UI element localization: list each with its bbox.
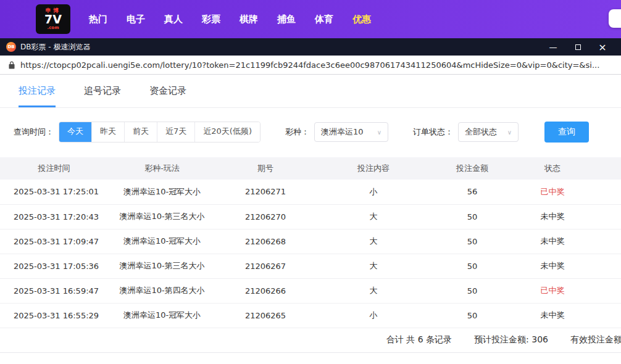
- nav-item-lottery[interactable]: 彩票: [202, 14, 220, 25]
- summary-bar: 合计 共 6 条记录 预计投注金额: 306 有效投注金额: [0, 328, 621, 353]
- browser-titlebar: DB DB彩票 - 极速浏览器 — ×: [0, 38, 621, 56]
- play-cell: 澳洲幸运10-冠军大小: [108, 303, 216, 328]
- summary-total: 合计 共 6 条记录: [386, 334, 452, 345]
- bet-time-cell: 2025-03-31 17:09:47: [0, 229, 108, 254]
- bet-time-cell: 2025-03-31 16:59:47: [0, 278, 108, 303]
- amount-cell: 56: [432, 180, 512, 204]
- amount-cell: 50: [432, 303, 512, 328]
- bet-time-cell: 2025-03-31 16:55:29: [0, 303, 108, 328]
- chevron-down-icon: ∨: [507, 129, 512, 136]
- record-tabs: 投注记录 追号记录 资金记录: [0, 75, 621, 108]
- issue-cell: 21206267: [216, 254, 315, 278]
- browser-title: DB彩票 - 极速浏览器: [20, 42, 90, 52]
- issue-cell: 21206271: [216, 180, 315, 204]
- nav-item-live[interactable]: 真人: [164, 14, 183, 25]
- lottery-type-value: 澳洲幸运10: [321, 126, 364, 138]
- nav-item-hot[interactable]: 热门: [89, 14, 107, 25]
- status-cell: 未中奖: [512, 254, 593, 278]
- close-button[interactable]: ×: [590, 38, 615, 56]
- content-cell: 大: [315, 204, 432, 229]
- time-filter-20days[interactable]: 近20天(低频): [194, 122, 260, 142]
- chevron-down-icon: ∨: [377, 129, 381, 136]
- browser-app-icon: DB: [6, 42, 16, 52]
- content-cell: 大: [315, 278, 432, 303]
- play-cell: 澳洲幸运10-冠军大小: [108, 229, 216, 254]
- header-status: 状态: [512, 157, 593, 180]
- filter-bar: 查询时间： 今天 昨天 前天 近7天 近20天(低频) 彩种： 澳洲幸运10 ∨…: [14, 122, 621, 143]
- time-filter-day-before[interactable]: 前天: [124, 122, 157, 142]
- time-filter-group: 今天 昨天 前天 近7天 近20天(低频): [59, 122, 260, 143]
- maximize-button[interactable]: [565, 38, 590, 56]
- tab-bet-records[interactable]: 投注记录: [19, 75, 56, 107]
- amount-cell: 50: [432, 254, 512, 278]
- header-bet-time: 投注时间: [0, 157, 108, 180]
- header-amount: 投注金额: [432, 157, 512, 180]
- status-cell: 已中奖: [512, 180, 593, 204]
- bet-time-cell: 2025-03-31 17:25:01: [0, 180, 108, 204]
- summary-estimated: 预计投注金额: 306: [474, 334, 548, 345]
- table-row: 2025-03-31 17:20:43 澳洲幸运10-第三名大小 2120627…: [0, 204, 621, 229]
- nav-item-sports[interactable]: 体育: [315, 14, 333, 25]
- header-play: 彩种-玩法: [108, 157, 216, 180]
- time-filter-yesterday[interactable]: 昨天: [91, 122, 124, 142]
- table-row: 2025-03-31 17:05:36 澳洲幸运10-第三名大小 2120626…: [0, 254, 621, 278]
- issue-cell: 21206266: [216, 278, 315, 303]
- play-cell: 澳洲幸运10-第三名大小: [108, 204, 216, 229]
- nav-item-fishing[interactable]: 捕鱼: [277, 14, 296, 25]
- logo-text-suffix: .com: [48, 26, 59, 30]
- content-cell: 小: [315, 303, 432, 328]
- screen: 申博 7V .com 热门 电子 真人 彩票 棋牌 捕鱼 体育 优惠 DB DB…: [0, 0, 621, 364]
- play-cell: 澳洲幸运10-冠军大小: [108, 180, 216, 204]
- lock-icon[interactable]: [9, 61, 15, 69]
- minimize-button[interactable]: —: [541, 38, 565, 56]
- time-filter-7days[interactable]: 近7天: [157, 122, 194, 142]
- amount-cell: 50: [432, 229, 512, 254]
- status-cell: 未中奖: [512, 229, 593, 254]
- bet-table: 投注时间 彩种-玩法 期号 投注内容 投注金额 状态 2025-03-31 17…: [0, 157, 621, 328]
- play-cell: 澳洲幸运10-第三名大小: [108, 254, 216, 278]
- table-row: 2025-03-31 16:55:29 澳洲幸运10-冠军大小 21206265…: [0, 303, 621, 328]
- issue-cell: 21206270: [216, 204, 315, 229]
- nav-item-electronic[interactable]: 电子: [127, 14, 145, 25]
- tab-chase-records[interactable]: 追号记录: [84, 75, 121, 107]
- header-issue: 期号: [216, 157, 315, 180]
- amount-cell: 50: [432, 278, 512, 303]
- status-cell: 已中奖: [512, 278, 593, 303]
- order-status-select[interactable]: 全部状态 ∨: [458, 122, 519, 142]
- site-logo[interactable]: 申博 7V .com: [36, 4, 70, 34]
- order-status-value: 全部状态: [465, 126, 497, 138]
- table-row: 2025-03-31 16:59:47 澳洲幸运10-第四名大小 2120626…: [0, 278, 621, 303]
- order-status-label: 订单状态：: [413, 126, 453, 138]
- url-field[interactable]: https://ctopcp02pcali.uengi5e.com/lotter…: [20, 60, 612, 70]
- tab-fund-records[interactable]: 资金记录: [149, 75, 186, 107]
- bet-time-cell: 2025-03-31 17:20:43: [0, 204, 108, 229]
- browser-addressbar: https://ctopcp02pcali.uengi5e.com/lotter…: [0, 56, 621, 75]
- time-filter-today[interactable]: 今天: [59, 122, 91, 142]
- content-cell: 小: [315, 180, 432, 204]
- issue-cell: 21206265: [216, 303, 315, 328]
- lottery-type-select[interactable]: 澳洲幸运10 ∨: [314, 122, 388, 142]
- table-row: 2025-03-31 17:09:47 澳洲幸运10-冠军大小 21206268…: [0, 229, 621, 254]
- amount-cell: 50: [432, 204, 512, 229]
- issue-cell: 21206268: [216, 229, 315, 254]
- bet-time-cell: 2025-03-31 17:05:36: [0, 254, 108, 278]
- header-content: 投注内容: [315, 157, 432, 180]
- logo-text-main: 7V: [44, 14, 62, 26]
- nav-item-promo[interactable]: 优惠: [352, 14, 371, 25]
- query-button[interactable]: 查询: [544, 122, 589, 143]
- nav-item-chess[interactable]: 棋牌: [240, 14, 258, 25]
- window-controls: — ×: [541, 38, 615, 56]
- lottery-type-label: 彩种：: [285, 126, 309, 138]
- site-nav-menu: 热门 电子 真人 彩票 棋牌 捕鱼 体育 优惠: [89, 14, 371, 25]
- status-cell: 未中奖: [512, 303, 593, 328]
- maximize-icon: [575, 44, 581, 50]
- status-cell: 未中奖: [512, 204, 593, 229]
- play-cell: 澳洲幸运10-第四名大小: [108, 278, 216, 303]
- table-row: 2025-03-31 17:25:01 澳洲幸运10-冠军大小 21206271…: [0, 180, 621, 204]
- table-header-row: 投注时间 彩种-玩法 期号 投注内容 投注金额 状态: [0, 157, 621, 180]
- content-cell: 大: [315, 254, 432, 278]
- time-filter-label: 查询时间：: [14, 126, 54, 138]
- site-topbar: 申博 7V .com 热门 电子 真人 彩票 棋牌 捕鱼 体育 优惠: [0, 0, 621, 38]
- content-cell: 大: [315, 229, 432, 254]
- floating-widget[interactable]: [609, 9, 621, 28]
